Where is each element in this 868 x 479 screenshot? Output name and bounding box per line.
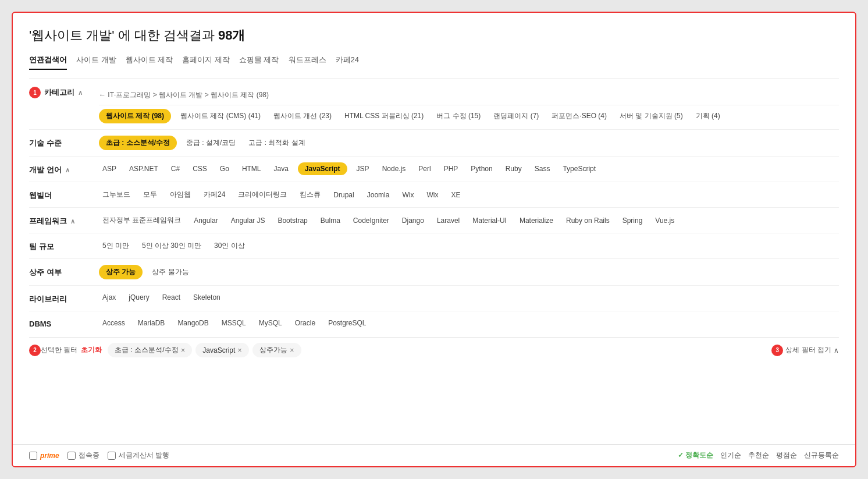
filter-tag[interactable]: Laravel	[433, 215, 463, 226]
filter-tag[interactable]: Go	[216, 163, 233, 175]
filter-row-web_builder: 웹빌더그누보드모두아임웹카페24크리에이터링크킴스큐DrupalJoomlaWi…	[29, 182, 839, 208]
breadcrumb: ← IT·프로그래밍 > 웹사이트 개발 > 웹사이트 제작 (98)	[99, 84, 839, 105]
filter-tag[interactable]: Node.js	[379, 163, 410, 175]
filter-tag[interactable]: JSP	[353, 163, 373, 175]
filter-tag[interactable]: 버그 수정 (15)	[433, 109, 484, 123]
related-search-item[interactable]: 워드프레스	[289, 55, 326, 70]
prime-checkbox[interactable]	[29, 452, 37, 460]
filter-tag[interactable]: ASP	[99, 163, 120, 175]
sort-option[interactable]: 인기순	[720, 450, 741, 460]
filter-tag[interactable]: Sass	[531, 163, 554, 175]
filter-tag[interactable]: 초급 : 소스분석/수정	[99, 136, 177, 150]
filter-tag[interactable]: JavaScript	[298, 162, 347, 175]
filter-tag[interactable]: HTML	[239, 163, 265, 175]
sort-option[interactable]: 추천순	[748, 450, 769, 460]
filter-tag[interactable]: 아임웹	[166, 188, 194, 201]
related-search-item[interactable]: 웹사이트 제작	[126, 55, 173, 70]
filter-tag[interactable]: 카페24	[200, 188, 229, 201]
related-search-item[interactable]: 카페24	[336, 55, 359, 70]
related-search-item[interactable]: 홈페이지 제작	[182, 55, 230, 70]
filter-row-dev_language: 개발 언어∧ASPASP.NETC#CSSGoHTMLJavaJavaScrip…	[29, 157, 839, 182]
filter-tag[interactable]: PHP	[440, 163, 462, 175]
filter-tag[interactable]: 기획 (4)	[692, 109, 724, 123]
filter-tag[interactable]: 중급 : 설계/코딩	[183, 136, 239, 150]
filter-tag[interactable]: Drupal	[330, 189, 357, 201]
filter-tag[interactable]: Material-UI	[469, 215, 510, 226]
filter-tag[interactable]: Wix	[399, 189, 417, 201]
filter-tag[interactable]: Wix	[423, 189, 442, 201]
prime-check[interactable]: prime	[29, 452, 59, 460]
filter-tag[interactable]: Python	[467, 163, 496, 175]
filter-tag[interactable]: 웹사이트 제작 (CMS) (41)	[177, 109, 264, 123]
filter-tag[interactable]: 웹사이트 제작 (98)	[99, 109, 171, 123]
collapse-button[interactable]: 3 상세 필터 접기 ∧	[771, 345, 839, 356]
filter-tag[interactable]: 상주 가능	[99, 265, 143, 279]
filter-tag[interactable]: CodeIgniter	[350, 215, 393, 226]
filter-tag[interactable]: 5인 미만	[99, 239, 133, 253]
filter-tag[interactable]: ASP.NET	[126, 163, 162, 175]
filter-tag[interactable]: Access	[99, 317, 129, 329]
filter-tag[interactable]: Bulma	[317, 215, 344, 226]
filter-tag[interactable]: MangoDB	[174, 317, 212, 329]
filter-tag[interactable]: Oracle	[291, 317, 319, 329]
filter-row-dbms: DBMSAccessMariaDBMangoDBMSSQLMySQLOracle…	[29, 311, 839, 337]
filter-label-category: 1카테고리∧	[29, 84, 99, 98]
filter-tag[interactable]: 그누보드	[99, 188, 134, 201]
chip-remove-icon[interactable]: ×	[237, 346, 242, 354]
filter-tag[interactable]: Skeleton	[190, 292, 224, 303]
filter-tag[interactable]: MariaDB	[134, 317, 169, 329]
filter-tag[interactable]: jQuery	[125, 292, 152, 303]
filter-tag[interactable]: 전자정부 표준프레임워크	[99, 214, 184, 227]
filter-tag[interactable]: Joomla	[364, 189, 393, 201]
filter-tag[interactable]: 고급 : 최적화 설계	[245, 136, 308, 150]
filter-tag[interactable]: 킴스큐	[296, 188, 324, 201]
filter-tag[interactable]: PostgreSQL	[325, 317, 369, 329]
filter-tag[interactable]: 상주 불가능	[148, 265, 192, 279]
filter-tag[interactable]: Vue.js	[652, 215, 678, 226]
filter-tag[interactable]: Ruby	[502, 163, 525, 175]
filter-tag[interactable]: React	[159, 292, 184, 303]
filter-tag[interactable]: MySQL	[255, 317, 286, 329]
sort-option[interactable]: ✓ 정확도순	[678, 450, 713, 460]
connected-checkbox[interactable]	[67, 452, 76, 460]
filter-tag[interactable]: Ajax	[99, 292, 119, 303]
filter-label-text-category: 카테고리	[44, 87, 74, 98]
filter-tag[interactable]: MSSQL	[218, 317, 250, 329]
sort-option[interactable]: 평점순	[776, 450, 797, 460]
filter-tag[interactable]: XE	[447, 189, 464, 201]
filter-tag[interactable]: 크리에이터링크	[234, 188, 290, 201]
filter-tag[interactable]: TypeScript	[559, 163, 599, 175]
filter-tag[interactable]: Bootstrap	[274, 215, 311, 226]
related-search-item[interactable]: 쇼핑몰 제작	[239, 55, 279, 70]
filter-tag[interactable]: HTML CSS 퍼블리싱 (21)	[341, 109, 427, 123]
filter-tag[interactable]: CSS	[189, 163, 211, 175]
selected-chip[interactable]: 상주가능 ×	[252, 343, 301, 357]
filter-tag[interactable]: Java	[271, 163, 292, 175]
filter-tag[interactable]: 웹사이트 개선 (23)	[270, 109, 335, 123]
reset-link[interactable]: 초기화	[81, 345, 102, 355]
related-search-item[interactable]: 사이트 개발	[76, 55, 116, 70]
filter-tag[interactable]: Angular	[190, 215, 221, 226]
filter-tag[interactable]: 랜딩페이지 (7)	[490, 109, 542, 123]
chip-remove-icon[interactable]: ×	[290, 346, 294, 354]
related-search-item[interactable]: 연관검색어	[29, 55, 67, 70]
invoice-check[interactable]: 세금계산서 발행	[108, 450, 169, 460]
filter-tag[interactable]: 모두	[140, 188, 161, 201]
selected-chip[interactable]: JavaScript ×	[195, 343, 249, 357]
filter-tag[interactable]: Django	[399, 215, 428, 226]
filter-tag[interactable]: C#	[168, 163, 183, 175]
connected-check[interactable]: 접속중	[67, 450, 99, 460]
filter-tag[interactable]: 30인 이상	[211, 239, 248, 253]
filter-tag[interactable]: Perl	[415, 163, 434, 175]
filter-tag[interactable]: 5인 이상 30인 미만	[138, 239, 205, 253]
invoice-checkbox[interactable]	[108, 452, 116, 460]
selected-chip[interactable]: 초급 : 소스분석/수정 ×	[108, 343, 192, 357]
sort-option[interactable]: 신규등록순	[804, 450, 839, 460]
chip-remove-icon[interactable]: ×	[181, 346, 186, 354]
filter-tag[interactable]: 서버 및 기술지원 (5)	[616, 109, 686, 123]
filter-tag[interactable]: 퍼포먼스·SEO (4)	[548, 109, 610, 123]
filter-tag[interactable]: Ruby on Rails	[563, 215, 613, 226]
filter-tag[interactable]: Angular JS	[227, 215, 269, 226]
filter-tag[interactable]: Spring	[619, 215, 646, 226]
filter-tag[interactable]: Materialize	[516, 215, 557, 226]
